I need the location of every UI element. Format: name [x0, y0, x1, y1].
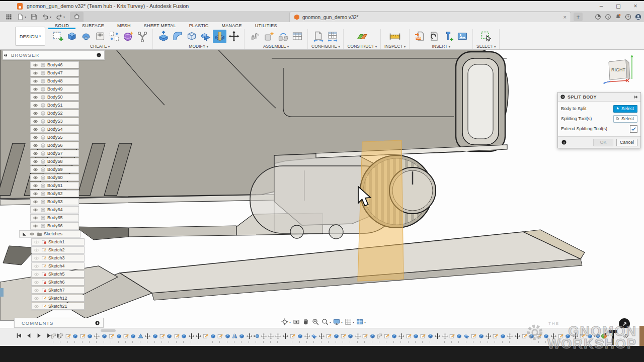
timeline-feature-move[interactable] — [485, 333, 492, 339]
visibility-eye-icon[interactable] — [33, 95, 38, 100]
timeline-feature-sketch[interactable] — [202, 333, 209, 339]
ins-canvas-icon[interactable] — [455, 30, 469, 43]
timeline-feature-fillet[interactable] — [50, 333, 57, 339]
cfg-table-icon[interactable] — [326, 30, 340, 43]
browser-body-row[interactable]: Body63 — [30, 198, 79, 205]
timeline-feature-sketch[interactable] — [326, 333, 332, 339]
ribbon-tab-solid[interactable]: SOLID — [48, 23, 75, 29]
visibility-eye-icon[interactable] — [33, 127, 38, 132]
measure-icon[interactable] — [388, 30, 402, 43]
ribbon-group-label[interactable]: CONFIGURE ▾ — [311, 44, 340, 49]
play-button[interactable] — [35, 332, 43, 339]
browser-sketch-row[interactable]: Sketch6 — [31, 279, 85, 286]
timeline-feature-sketch[interactable] — [217, 333, 223, 339]
timeline-feature-extrude[interactable] — [413, 333, 419, 339]
grid-settings-icon[interactable]: ▾ — [344, 318, 354, 326]
browser-body-row[interactable]: Body60 — [30, 174, 79, 181]
timeline-feature-extrude[interactable] — [238, 333, 245, 339]
browser-body-row[interactable]: Body56 — [30, 142, 79, 149]
look-at-icon[interactable] — [292, 318, 300, 326]
timeline-feature-sketch[interactable] — [557, 333, 564, 339]
browser-body-row[interactable]: Body49 — [30, 85, 79, 93]
timeline-feature-extrude[interactable] — [333, 333, 340, 339]
body-to-split-select-button[interactable]: Select — [613, 105, 637, 113]
orbit-icon[interactable]: ▾ — [281, 318, 291, 326]
timeline-feature-combine[interactable] — [463, 333, 470, 339]
ok-button[interactable]: OK — [593, 139, 613, 146]
timeline-feature-move[interactable] — [261, 333, 267, 339]
timeline-feature-extrude[interactable] — [152, 333, 158, 339]
browser-body-row[interactable]: Body50 — [30, 94, 79, 101]
pan-icon[interactable] — [302, 318, 310, 326]
timeline-feature-move[interactable] — [268, 333, 274, 339]
timeline-feature-sketch[interactable] — [79, 333, 86, 339]
timeline-feature-extrude[interactable] — [565, 333, 571, 339]
ins-fast-icon[interactable] — [441, 30, 455, 43]
timeline-feature-sketch[interactable] — [536, 333, 542, 339]
coil-icon[interactable] — [121, 30, 135, 43]
timeline-feature-offset[interactable] — [253, 333, 260, 339]
cfg-page-icon[interactable] — [312, 30, 326, 43]
home-icon[interactable] — [70, 12, 84, 22]
timeline-feature-move[interactable] — [442, 333, 448, 339]
tab-close-button[interactable]: × — [564, 14, 567, 20]
plane-c-icon[interactable] — [355, 30, 369, 43]
move4-icon[interactable] — [227, 30, 240, 43]
splitting-tool-select-button[interactable]: Select — [613, 115, 637, 123]
timeline-scrollbar-thumb[interactable] — [101, 329, 116, 332]
timeline-feature-extrude[interactable] — [101, 333, 108, 339]
browser-sketch-row[interactable]: Sketch4 — [31, 262, 85, 269]
browser-body-row[interactable]: Body52 — [30, 110, 79, 117]
timeline-feature-cone[interactable] — [137, 333, 144, 339]
maximize-button[interactable]: ◻ — [610, 1, 627, 11]
recent-activity-icon[interactable] — [604, 13, 612, 21]
ribbon-tab-plastic[interactable]: PLASTIC — [183, 23, 215, 29]
info-icon[interactable] — [561, 139, 567, 145]
select-box-icon[interactable] — [479, 30, 493, 43]
save-icon[interactable] — [30, 13, 38, 21]
timeline-feature-extrude[interactable] — [347, 333, 354, 339]
ribbon-group-label[interactable]: SELECT ▾ — [476, 44, 496, 49]
timeline-feature-move[interactable] — [144, 333, 151, 339]
browser-sketches-folder[interactable]: Sketches — [19, 230, 80, 237]
expand-triangle-icon[interactable] — [22, 231, 27, 237]
timeline-feature-sketch[interactable] — [579, 333, 586, 339]
browser-body-row[interactable]: Body61 — [30, 182, 79, 189]
visibility-eye-icon[interactable] — [33, 111, 38, 116]
timeline-feature-mirror[interactable] — [231, 333, 238, 339]
timeline-feature-extrude[interactable] — [427, 333, 434, 339]
visibility-eye-icon[interactable] — [34, 255, 39, 261]
visibility-eye-icon[interactable] — [34, 263, 39, 269]
presspull-icon[interactable] — [156, 30, 170, 43]
timeline-feature-move[interactable] — [572, 333, 579, 339]
timeline-feature-fillet[interactable] — [376, 333, 383, 339]
minimize-button[interactable]: – — [593, 1, 610, 11]
browser-body-row[interactable]: Body48 — [30, 77, 79, 84]
close-button[interactable]: × — [627, 1, 644, 11]
timeline-feature-move[interactable] — [398, 333, 405, 339]
visibility-eye-icon[interactable] — [34, 272, 39, 277]
browser-body-row[interactable]: Body51 — [30, 102, 79, 109]
visibility-eye-icon[interactable] — [33, 159, 38, 164]
timeline-feature-sketch[interactable] — [159, 333, 166, 339]
timeline-feature-extrude[interactable] — [391, 333, 397, 339]
pipe-icon[interactable] — [135, 30, 149, 43]
timeline-feature-move[interactable] — [434, 333, 441, 339]
visibility-eye-icon[interactable] — [33, 223, 38, 229]
help-icon[interactable]: ? — [624, 13, 632, 21]
timeline-feature-combine[interactable] — [311, 333, 317, 339]
browser-body-row[interactable]: Body58 — [30, 158, 79, 165]
sketch-create-icon[interactable] — [51, 30, 64, 43]
notifications-icon[interactable] — [614, 13, 622, 21]
timeline-feature-sketch[interactable] — [449, 333, 455, 339]
model-canvas[interactable] — [0, 50, 644, 328]
ribbon-tab-sheet-metal[interactable]: SHEET METAL — [137, 23, 183, 29]
timeline-feature-extrude[interactable] — [528, 333, 535, 339]
timeline-feature-sketch[interactable] — [340, 333, 347, 339]
timeline-position-marker[interactable] — [609, 330, 617, 345]
timeline-feature-move[interactable] — [195, 333, 202, 339]
asm-joint-icon[interactable] — [276, 30, 290, 43]
asm-wave-icon[interactable] — [248, 30, 262, 43]
splitbody-icon[interactable] — [213, 30, 226, 43]
visibility-eye-icon[interactable] — [33, 215, 38, 221]
